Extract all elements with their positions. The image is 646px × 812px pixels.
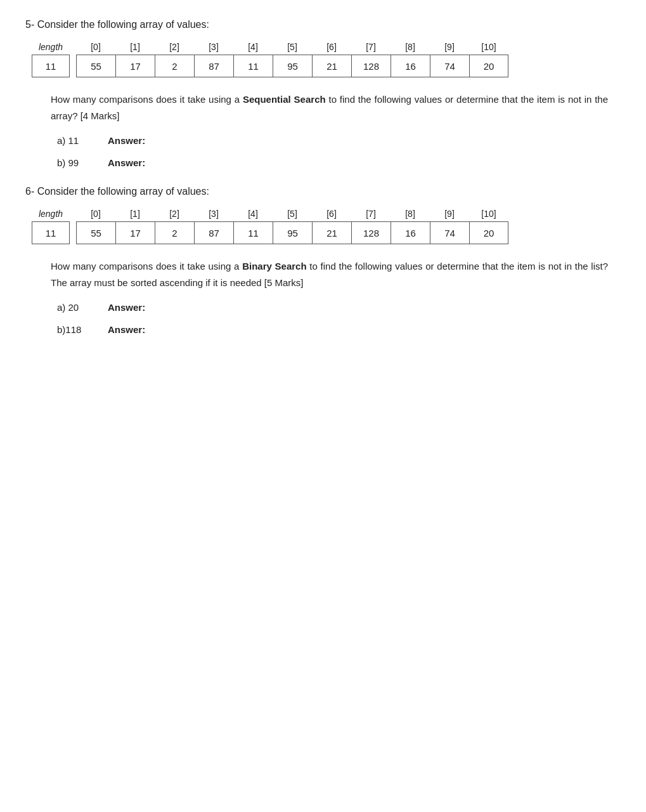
question-5-title: 5- Consider the following array of value… <box>25 19 621 30</box>
val-1-6: 17 <box>115 221 155 244</box>
index-3-6: [3] <box>194 209 233 219</box>
search-type-5: Sequential Search <box>243 94 326 105</box>
index-3-5: [3] <box>194 42 233 52</box>
question-5-text: How many comparisons does it take using … <box>51 91 608 124</box>
val-7-5: 128 <box>351 55 391 77</box>
question-6-array: length 11 [0] [1] [2] [3] [4] [5] [6] [7… <box>32 209 621 244</box>
question-6-title: 6- Consider the following array of value… <box>25 186 621 197</box>
length-section-5: length 11 <box>32 42 70 77</box>
answer-6a: a) 20 Answer: <box>57 302 621 313</box>
question-5: 5- Consider the following array of value… <box>25 19 621 168</box>
val-8-5: 16 <box>391 55 430 77</box>
answer-6b: b)118 Answer: <box>57 324 621 335</box>
index-4-6: [4] <box>233 209 273 219</box>
index-8-6: [8] <box>391 209 430 219</box>
answer-6a-label: a) 20 <box>57 302 108 313</box>
array-values-5: 55 17 2 87 11 95 21 128 16 74 20 <box>76 55 508 77</box>
val-4-6: 11 <box>233 221 273 244</box>
question-6: 6- Consider the following array of value… <box>25 186 621 335</box>
index-0-6: [0] <box>76 209 115 219</box>
val-2-6: 2 <box>155 221 194 244</box>
array-table-5: [0] [1] [2] [3] [4] [5] [6] [7] [8] [9] … <box>76 42 508 77</box>
val-1-5: 17 <box>115 55 155 77</box>
length-value-6: 11 <box>32 221 70 244</box>
answer-6a-text: Answer: <box>108 302 145 313</box>
val-2-5: 2 <box>155 55 194 77</box>
val-10-5: 20 <box>469 55 508 77</box>
val-10-6: 20 <box>469 221 508 244</box>
index-10-6: [10] <box>469 209 508 219</box>
array-indices-6: [0] [1] [2] [3] [4] [5] [6] [7] [8] [9] … <box>76 209 508 219</box>
length-label-6: length <box>39 209 63 219</box>
val-8-6: 16 <box>391 221 430 244</box>
index-9-5: [9] <box>430 42 469 52</box>
val-5-6: 95 <box>273 221 312 244</box>
val-6-5: 21 <box>312 55 351 77</box>
index-9-6: [9] <box>430 209 469 219</box>
array-values-6: 55 17 2 87 11 95 21 128 16 74 20 <box>76 221 508 244</box>
question-5-array: length 11 [0] [1] [2] [3] [4] [5] [6] [7… <box>32 42 621 77</box>
index-5-5: [5] <box>273 42 312 52</box>
length-label-5: length <box>39 42 63 52</box>
index-10-5: [10] <box>469 42 508 52</box>
array-table-6: [0] [1] [2] [3] [4] [5] [6] [7] [8] [9] … <box>76 209 508 244</box>
index-0-5: [0] <box>76 42 115 52</box>
index-6-5: [6] <box>312 42 351 52</box>
val-4-5: 11 <box>233 55 273 77</box>
val-0-5: 55 <box>76 55 115 77</box>
answer-5a-text: Answer: <box>108 135 145 146</box>
length-section-6: length 11 <box>32 209 70 244</box>
length-value-5: 11 <box>32 55 70 77</box>
answer-5b-text: Answer: <box>108 157 145 168</box>
index-7-5: [7] <box>351 42 391 52</box>
answer-5a-label: a) 11 <box>57 135 108 146</box>
index-7-6: [7] <box>351 209 391 219</box>
index-5-6: [5] <box>273 209 312 219</box>
index-1-5: [1] <box>115 42 155 52</box>
val-3-5: 87 <box>194 55 233 77</box>
answer-5b-label: b) 99 <box>57 157 108 168</box>
index-6-6: [6] <box>312 209 351 219</box>
page-content: 5- Consider the following array of value… <box>25 19 621 335</box>
answer-5a: a) 11 Answer: <box>57 135 621 146</box>
index-4-5: [4] <box>233 42 273 52</box>
answer-6b-label: b)118 <box>57 324 108 335</box>
answer-6b-text: Answer: <box>108 324 145 335</box>
val-7-6: 128 <box>351 221 391 244</box>
val-0-6: 55 <box>76 221 115 244</box>
val-3-6: 87 <box>194 221 233 244</box>
index-1-6: [1] <box>115 209 155 219</box>
val-5-5: 95 <box>273 55 312 77</box>
index-8-5: [8] <box>391 42 430 52</box>
val-9-5: 74 <box>430 55 469 77</box>
search-type-6: Binary Search <box>242 261 306 272</box>
val-6-6: 21 <box>312 221 351 244</box>
answer-5b: b) 99 Answer: <box>57 157 621 168</box>
index-2-6: [2] <box>155 209 194 219</box>
index-2-5: [2] <box>155 42 194 52</box>
question-6-text: How many comparisons does it take using … <box>51 258 608 291</box>
array-indices-5: [0] [1] [2] [3] [4] [5] [6] [7] [8] [9] … <box>76 42 508 52</box>
val-9-6: 74 <box>430 221 469 244</box>
